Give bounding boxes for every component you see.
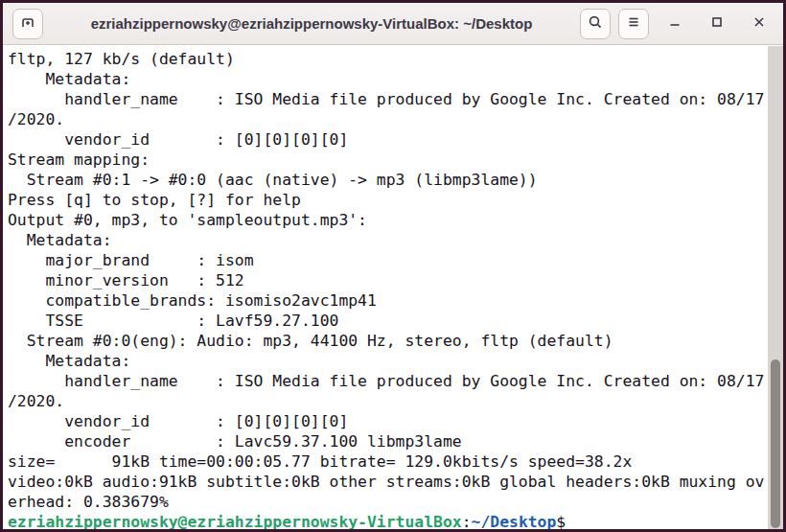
terminal-output-line: encoder : Lavc59.37.100 libmp3lame	[8, 431, 783, 451]
hamburger-menu-icon	[626, 14, 641, 34]
terminal-output-line: video:0kB audio:91kB subtitle:0kB other …	[8, 472, 783, 492]
scrollbar-thumb[interactable]	[771, 359, 780, 528]
prompt-colon: :	[462, 513, 472, 529]
terminal-output-line: Stream #0:1 -> #0:0 (aac (native) -> mp3…	[8, 170, 783, 190]
terminal-output-line: /2020.	[8, 109, 783, 129]
terminal-output-line: compatible_brands: isomiso2avc1mp41	[8, 290, 783, 311]
scrollbar-track[interactable]	[768, 46, 783, 529]
terminal-output-line: handler_name : ISO Media file produced b…	[8, 371, 783, 391]
terminal-output-line: fltp, 127 kb/s (default)	[8, 49, 783, 69]
terminal-output-line: vendor_id : [0][0][0][0]	[8, 411, 783, 431]
terminal-output-line: Metadata:	[8, 351, 783, 371]
close-icon	[751, 14, 767, 34]
window-title: ezriahzippernowsky@ezriahzippernowsky-Vi…	[51, 15, 572, 32]
new-tab-button[interactable]	[12, 9, 43, 39]
shell-prompt: ezriahzippernowsky@ezriahzippernowsky-Vi…	[8, 512, 783, 529]
minimize-icon	[667, 14, 682, 34]
terminal-output-line: vendor_id : [0][0][0][0]	[8, 129, 783, 150]
prompt-dollar-sign: $	[556, 513, 566, 529]
terminal-output-line: Output #0, mp3, to 'sampleoutput.mp3':	[8, 210, 783, 230]
terminal-output-area[interactable]: fltp, 127 kb/s (default) Metadata: handl…	[3, 46, 783, 529]
search-icon	[588, 14, 603, 34]
terminal-output-line: size= 91kB time=00:00:05.77 bitrate= 129…	[8, 451, 783, 472]
search-button[interactable]	[580, 9, 611, 39]
terminal-output-line: handler_name : ISO Media file produced b…	[8, 89, 783, 109]
terminal-window: ezriahzippernowsky@ezriahzippernowsky-Vi…	[0, 0, 786, 532]
terminal-output-line: erhead: 0.383679%	[8, 492, 783, 512]
maximize-button[interactable]	[703, 10, 731, 38]
terminal-output-line: major_brand : isom	[8, 250, 783, 270]
titlebar: ezriahzippernowsky@ezriahzippernowsky-Vi…	[3, 3, 783, 45]
terminal-output-line: Stream mapping:	[8, 150, 783, 170]
terminal-output-line: Metadata:	[8, 230, 783, 250]
window-controls	[660, 10, 774, 38]
prompt-user-host: ezriahzippernowsky@ezriahzippernowsky-Vi…	[8, 513, 462, 529]
maximize-icon	[709, 14, 725, 34]
terminal-output-line: Press [q] to stop, [?] for help	[8, 190, 783, 210]
terminal-output-line: TSSE : Lavf59.27.100	[8, 311, 783, 331]
terminal-output-line: minor_version : 512	[8, 270, 783, 290]
terminal-output-line: Stream #0:0(eng): Audio: mp3, 44100 Hz, …	[8, 331, 783, 351]
prompt-path: ~/Desktop	[472, 513, 557, 529]
menu-button[interactable]	[618, 9, 649, 39]
terminal-output-line: Metadata:	[8, 69, 783, 89]
new-tab-icon	[20, 14, 35, 34]
close-button[interactable]	[745, 10, 774, 38]
terminal-output-line: /2020.	[8, 391, 783, 411]
minimize-button[interactable]	[660, 10, 689, 38]
